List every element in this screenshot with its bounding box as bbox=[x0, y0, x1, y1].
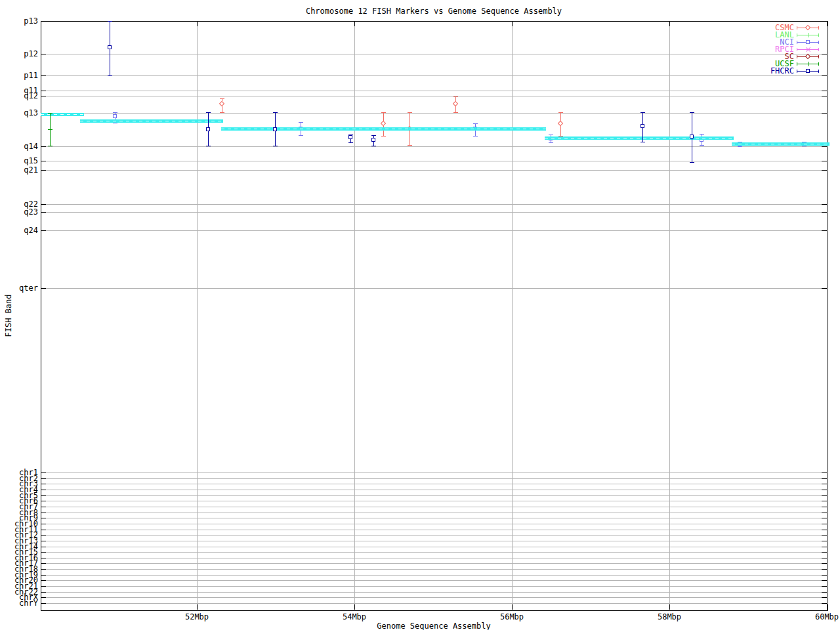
y-tick-right-chr20 bbox=[822, 580, 827, 581]
assembly-segment-4 bbox=[545, 136, 734, 140]
data-point-fhcrc-error-cap-top bbox=[690, 112, 694, 113]
y-tick-left-chr17 bbox=[41, 563, 46, 564]
y-tick-right-chr15 bbox=[822, 552, 827, 553]
y-tick-right-chr18 bbox=[822, 569, 827, 570]
y-tick-left-chr3 bbox=[41, 484, 46, 484]
y-tick-right-chr14 bbox=[822, 547, 827, 547]
data-point-csmc-error-cap-top bbox=[220, 98, 224, 99]
data-point-fhcrc-error-cap-top bbox=[108, 21, 112, 22]
legend-cap-right-ucsf bbox=[818, 62, 819, 66]
y-tick-left-chr8 bbox=[41, 513, 46, 513]
data-point-fhcrc-error-cap-bottom bbox=[108, 75, 112, 76]
y-tick-left-q23 bbox=[41, 212, 46, 213]
y-tick-right-chr11 bbox=[822, 530, 827, 530]
data-point-csmc-error-cap-bottom bbox=[381, 136, 386, 136]
data-point-csmc-error-cap-top bbox=[408, 112, 412, 113]
x-tick-top-58Mbp bbox=[669, 21, 670, 26]
y-tick-right-chr3 bbox=[822, 484, 827, 484]
data-point-fhcrc-error-cap-bottom bbox=[273, 146, 278, 146]
x-tick-top-56Mbp bbox=[512, 21, 513, 26]
data-point-fhcrc-marker-square bbox=[640, 124, 644, 128]
data-point-nci-error-cap-top bbox=[113, 112, 117, 113]
y-tick-left-chr20 bbox=[41, 580, 46, 581]
data-point-fhcrc-marker-square bbox=[348, 135, 352, 139]
y-tick-label-qter: qter bbox=[3, 284, 38, 292]
y-tick-label-p11: p11 bbox=[3, 72, 38, 79]
data-point-nci-marker-square bbox=[113, 114, 117, 118]
y-tick-right-q13 bbox=[822, 113, 827, 114]
legend-cap-left-ucsf bbox=[797, 62, 797, 66]
data-point-fhcrc-error-cap-top bbox=[640, 112, 645, 113]
y-tick-left-chr21 bbox=[41, 586, 46, 587]
y-tick-left-q24 bbox=[41, 230, 46, 231]
assembly-segment-dash-5 bbox=[732, 144, 830, 144]
y-tick-right-chr2 bbox=[822, 478, 827, 479]
y-tick-left-chr11 bbox=[41, 530, 46, 530]
y-tick-right-chr21 bbox=[822, 586, 827, 587]
y-tick-label-q23: q23 bbox=[3, 208, 38, 216]
y-tick-left-p11 bbox=[41, 75, 46, 76]
legend-cap-right-nci bbox=[818, 41, 819, 44]
y-tick-left-chr19 bbox=[41, 575, 46, 576]
y-tick-left-q11 bbox=[41, 91, 46, 91]
y-tick-left-chr16 bbox=[41, 558, 46, 558]
y-tick-left-chr10 bbox=[41, 524, 46, 524]
y-tick-right-chr9 bbox=[822, 518, 827, 518]
y-tick-right-q12 bbox=[822, 96, 827, 96]
y-tick-label-q14: q14 bbox=[3, 142, 38, 150]
data-point-ucsf-error-cap-bottom bbox=[48, 146, 52, 146]
y-tick-right-chr7 bbox=[822, 507, 827, 507]
y-tick-right-q21 bbox=[822, 170, 827, 171]
x-tick-label-52Mbp: 52Mbp bbox=[171, 613, 223, 621]
legend-cap-left-rpci bbox=[797, 48, 797, 51]
legend-cap-left-csmc bbox=[797, 26, 797, 30]
y-tick-left-q14 bbox=[41, 146, 46, 147]
data-point-csmc-error-cap-bottom bbox=[220, 112, 224, 113]
y-tick-right-qter bbox=[822, 288, 827, 289]
y-tick-left-q12 bbox=[41, 96, 46, 96]
y-tick-right-chrX bbox=[822, 597, 827, 598]
data-point-nci-error-cap-bottom bbox=[549, 142, 553, 143]
data-point-nci-error-cap-top bbox=[549, 135, 553, 135]
x-tick-label-56Mbp: 56Mbp bbox=[486, 613, 538, 621]
y-tick-label-q12: q12 bbox=[3, 92, 38, 100]
x-tick-top-60Mbp bbox=[827, 21, 828, 26]
y-tick-right-chr4 bbox=[822, 490, 827, 490]
y-tick-left-chr18 bbox=[41, 569, 46, 570]
legend-cap-right-sc bbox=[818, 55, 819, 58]
y-tick-right-chr12 bbox=[822, 535, 827, 536]
y-tick-left-chr15 bbox=[41, 552, 46, 553]
data-point-csmc-error-cap-top bbox=[381, 112, 386, 113]
y-tick-right-q23 bbox=[822, 212, 827, 213]
legend-fhcrc-marker-square bbox=[806, 69, 810, 73]
data-point-fhcrc-marker-square bbox=[690, 135, 694, 138]
x-tick-label-54Mbp: 54Mbp bbox=[328, 613, 381, 621]
y-tick-right-q15 bbox=[822, 161, 827, 161]
x-tick-bottom-58Mbp bbox=[669, 604, 670, 610]
assembly-segment-dash-1 bbox=[41, 114, 84, 115]
y-tick-left-chr13 bbox=[41, 541, 46, 541]
y-tick-label-q13: q13 bbox=[3, 109, 38, 117]
data-point-csmc-error-cap-bottom bbox=[453, 112, 458, 113]
data-point-nci-error-cap-bottom bbox=[738, 146, 742, 147]
data-point-nci-error-cap-bottom bbox=[113, 123, 117, 123]
x-tick-bottom-56Mbp bbox=[512, 604, 513, 610]
data-point-fhcrc-marker-square bbox=[108, 45, 112, 49]
data-point-fhcrc-marker-square bbox=[371, 138, 375, 142]
x-tick-bottom-60Mbp bbox=[827, 604, 828, 610]
y-tick-right-p12 bbox=[822, 54, 827, 54]
y-tick-right-q24 bbox=[822, 230, 827, 231]
y-tick-left-chrX bbox=[41, 597, 46, 598]
y-tick-left-q15 bbox=[41, 161, 46, 161]
y-tick-right-chr10 bbox=[822, 524, 827, 524]
y-tick-right-chr19 bbox=[822, 575, 827, 576]
x-tick-bottom-54Mbp bbox=[354, 604, 355, 610]
y-tick-right-chr17 bbox=[822, 563, 827, 564]
y-tick-left-chr22 bbox=[41, 592, 46, 593]
y-tick-right-q22 bbox=[822, 204, 827, 205]
data-point-fhcrc-error-cap-top bbox=[273, 112, 278, 113]
data-point-nci-error-cap-bottom bbox=[473, 136, 478, 136]
y-tick-left-chr6 bbox=[41, 501, 46, 501]
data-point-csmc-error-cap-bottom bbox=[408, 145, 412, 146]
y-tick-left-chrY bbox=[41, 603, 46, 604]
